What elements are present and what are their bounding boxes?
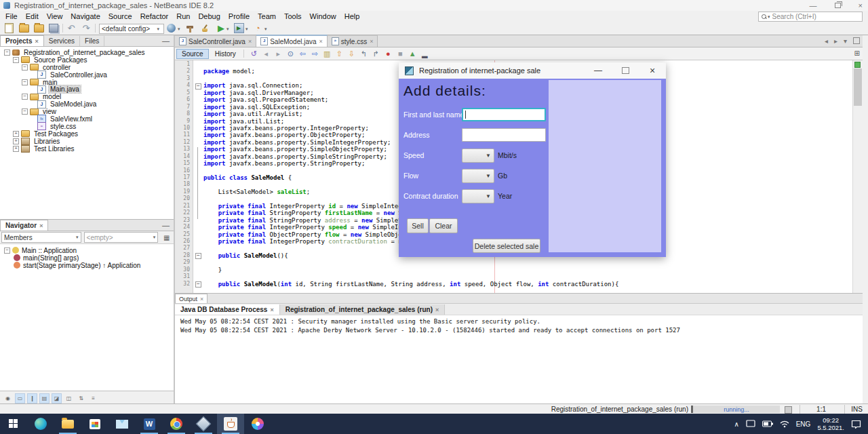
menu-source[interactable]: Source <box>104 12 136 21</box>
close-icon[interactable]: × <box>35 38 38 45</box>
navigator-item[interactable]: −Main :: Application <box>0 247 174 254</box>
menu-run[interactable]: Run <box>172 12 194 21</box>
close-icon[interactable]: × <box>248 38 252 45</box>
taskbar-paint3d-button[interactable] <box>244 414 271 434</box>
new-file-button[interactable] <box>3 23 14 33</box>
tree-item[interactable]: −Registration_of_internet_package_sales <box>0 49 174 56</box>
last-edit-location-icon[interactable]: ↺ <box>249 49 259 58</box>
tree-item[interactable]: JSaleController.java <box>0 71 174 79</box>
scroll-tabs-left-icon[interactable]: ◂ <box>825 37 828 45</box>
redo-button[interactable]: ↷ <box>81 23 92 33</box>
toggle-highlight-icon[interactable]: ▥ <box>322 49 332 58</box>
editor-tab-style-css[interactable]: ≈style.css× <box>328 35 378 47</box>
close-icon[interactable]: × <box>435 307 439 313</box>
expander-icon[interactable]: − <box>22 108 28 115</box>
save-all-button[interactable] <box>48 23 59 33</box>
expander-icon[interactable]: + <box>13 131 19 137</box>
minimize-button[interactable]: — <box>810 1 817 9</box>
navigator-view-button[interactable]: ▦ <box>161 232 172 243</box>
output-subtab[interactable]: Java DB Database Process× <box>175 304 280 315</box>
dialog-titlebar[interactable]: Registration of internet-package sale — … <box>399 62 666 79</box>
build-project-button[interactable] <box>165 23 176 33</box>
shift-left-icon[interactable]: ↰ <box>359 49 369 58</box>
menu-help[interactable]: Help <box>340 12 364 21</box>
tree-item[interactable]: ≈style.css <box>0 123 174 130</box>
tab-services[interactable]: Services <box>44 36 80 46</box>
address-field[interactable] <box>462 128 546 142</box>
speed-combo[interactable]: ▼ <box>462 149 494 163</box>
contract-duration-combo[interactable]: ▼ <box>462 189 494 203</box>
clean-build-button[interactable] <box>184 23 195 33</box>
close-icon[interactable]: × <box>319 38 323 45</box>
split-editor-icon[interactable]: ⊞ <box>854 50 860 57</box>
tray-chevron-icon[interactable]: ∧ <box>734 420 738 428</box>
dialog-close-button[interactable]: × <box>639 62 666 79</box>
navigator-scope-select[interactable]: Members▾ <box>1 232 81 243</box>
tree-item[interactable]: +Test Libraries <box>0 145 174 153</box>
close-button[interactable]: × <box>859 1 863 9</box>
shift-right-icon[interactable]: ↱ <box>371 49 381 58</box>
minimize-panel-button[interactable]: — <box>162 221 170 229</box>
editor-scrollbar[interactable] <box>852 60 863 294</box>
chevron-down-icon[interactable]: ▾ <box>178 26 180 32</box>
expander-icon[interactable]: − <box>22 79 28 85</box>
output-console[interactable]: Wed May 05 08:22:54 CEST 2021 : Security… <box>175 315 863 335</box>
tree-item[interactable]: −controller <box>0 64 174 71</box>
start-macro-icon[interactable]: ● <box>383 49 393 58</box>
debug-project-button[interactable]: ▶ <box>233 23 244 33</box>
undo-button[interactable]: ↶ <box>66 23 77 33</box>
taskbar-edge-button[interactable] <box>27 414 54 434</box>
expander-icon[interactable]: − <box>13 57 19 63</box>
show-constants-icon[interactable]: ❙ <box>27 393 37 403</box>
menu-profile[interactable]: Profile <box>224 12 254 21</box>
back-icon[interactable]: ◂ <box>261 49 271 58</box>
show-constructors-icon[interactable]: ▤ <box>39 393 50 403</box>
clean-button[interactable] <box>199 23 210 33</box>
find-previous-icon[interactable]: ⇦ <box>298 49 308 58</box>
caret-last-icon[interactable]: ▂ <box>420 49 430 58</box>
search-input[interactable]: ▾ Search (Ctrl+I) <box>758 12 863 22</box>
expander-icon[interactable]: − <box>4 50 10 56</box>
profile-project-button[interactable]: ◔ <box>252 23 263 33</box>
tree-item[interactable]: −view <box>0 108 174 115</box>
fold-toggle-icon[interactable]: − <box>195 253 201 259</box>
taskbar-start-button[interactable] <box>0 414 27 434</box>
taskbar-netbeans-button[interactable] <box>190 414 217 434</box>
tab-navigator[interactable]: Navigator × <box>0 220 48 231</box>
tree-item[interactable]: −model <box>0 93 174 100</box>
tree-item[interactable]: −Source Packages <box>0 56 174 64</box>
expander-icon[interactable]: − <box>22 94 28 100</box>
progress-bar[interactable]: running... <box>691 406 780 413</box>
tree-item[interactable]: +Libraries <box>0 138 174 145</box>
first-and-last-name-field[interactable] <box>462 108 546 121</box>
menu-window[interactable]: Window <box>306 12 340 21</box>
notification-icon[interactable] <box>851 420 861 429</box>
dialog-minimize-button[interactable]: — <box>585 62 612 79</box>
tab-files[interactable]: Files <box>80 36 104 46</box>
taskbar-chrome-button[interactable] <box>163 414 190 434</box>
run-project-button[interactable]: ▶ <box>216 23 226 33</box>
taskbar-java-app-button[interactable] <box>217 414 244 434</box>
process-icon[interactable] <box>785 406 792 414</box>
toggle-comment-icon[interactable]: ▲ <box>408 49 418 58</box>
scrollbar-thumb[interactable] <box>854 68 862 106</box>
previous-bookmark-icon[interactable]: ⇧ <box>334 49 344 58</box>
tab-projects[interactable]: Projects× <box>0 35 44 46</box>
menu-file[interactable]: File <box>1 12 22 21</box>
menu-view[interactable]: View <box>43 12 67 21</box>
expander-icon[interactable]: + <box>13 138 19 144</box>
sales-list[interactable] <box>549 80 661 252</box>
show-methods-icon[interactable]: ◪ <box>52 393 62 403</box>
menu-team[interactable]: Team <box>254 12 280 21</box>
wifi-icon[interactable] <box>780 420 789 428</box>
minimize-panel-button[interactable]: — <box>162 37 170 45</box>
find-next-icon[interactable]: ⇨ <box>310 49 320 58</box>
close-icon[interactable]: × <box>370 38 373 45</box>
history-view-button[interactable]: History <box>210 50 241 58</box>
dialog-maximize-button[interactable] <box>612 62 639 79</box>
flow-combo[interactable]: ▼ <box>462 169 494 183</box>
config-select[interactable]: <default config> ▾ <box>99 24 164 34</box>
taskbar-word-button[interactable]: W <box>136 414 163 434</box>
taskbar-mail-button[interactable] <box>108 414 136 434</box>
sort-source-icon[interactable]: ≡ <box>88 393 98 403</box>
